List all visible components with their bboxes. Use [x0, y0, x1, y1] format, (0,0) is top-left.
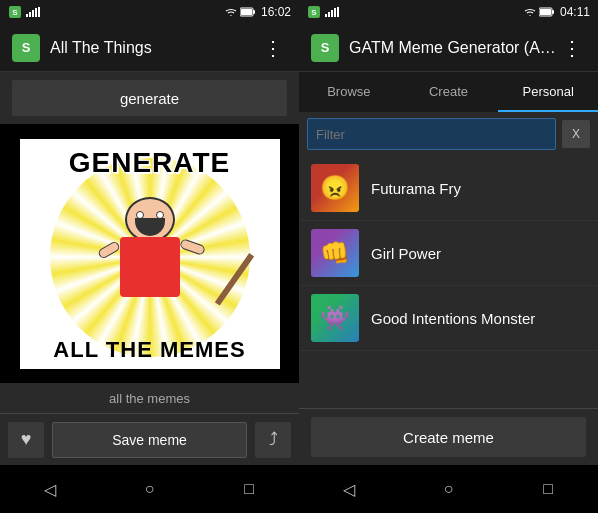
list-item[interactable]: 👊 Girl Power [299, 221, 598, 286]
monster-emoji: 👾 [320, 304, 350, 332]
svg-rect-4 [32, 10, 34, 17]
char-head [125, 197, 175, 242]
nav-bar-right: ◁ ○ □ [299, 465, 598, 513]
generate-button[interactable]: generate [12, 80, 287, 116]
battery-icon-right [539, 7, 555, 17]
svg-rect-15 [334, 8, 336, 17]
meme-bottom-text: ALL THE MEMES [49, 335, 249, 369]
svg-rect-6 [38, 7, 40, 17]
heart-button[interactable]: ♥ [8, 422, 44, 458]
back-icon-right: ◁ [343, 480, 355, 499]
tabs-row: Browse Create Personal [299, 72, 598, 112]
app-logo-small-right: S [307, 5, 321, 19]
thumb-fry-bg: 😠 [311, 164, 359, 212]
app-logo-small: S [8, 5, 22, 19]
svg-rect-12 [325, 14, 327, 17]
meme-thumb-power: 👊 [311, 229, 359, 277]
app-bar-left: S All The Things ⋮ [0, 24, 299, 72]
filter-row: X [299, 112, 598, 156]
list-item[interactable]: 😠 Futurama Fry [299, 156, 598, 221]
svg-rect-3 [29, 12, 31, 17]
svg-rect-14 [331, 10, 333, 17]
svg-text:S: S [12, 8, 18, 17]
share-button[interactable]: ⤴ [255, 422, 291, 458]
overflow-menu-right[interactable]: ⋮ [558, 32, 586, 64]
meme-name-power: Girl Power [371, 245, 441, 262]
app-bar-right: S GATM Meme Generator (Alph... ⋮ [299, 24, 598, 72]
meme-list: 😠 Futurama Fry 👊 Girl Power 👾 [299, 156, 598, 408]
svg-rect-8 [253, 10, 255, 14]
char-arm-left [96, 240, 120, 260]
nav-recent-left[interactable]: □ [219, 471, 279, 507]
left-phone: S 16:02 S All [0, 0, 299, 513]
meme-character [100, 179, 200, 335]
meme-top-text: GENERATE [65, 139, 235, 179]
svg-rect-16 [337, 7, 339, 17]
wifi-icon-left [225, 7, 237, 17]
signal-icon-right [325, 7, 339, 17]
meme-canvas: GENERATE [20, 139, 280, 369]
meme-image-area: GENERATE [0, 124, 299, 383]
app-icon-right: S [311, 34, 339, 62]
char-body-lower [120, 237, 180, 297]
filter-input[interactable] [307, 118, 556, 150]
nav-back-right[interactable]: ◁ [319, 471, 379, 507]
main-content-left: generate GENERATE [0, 72, 299, 465]
character-body [100, 197, 200, 317]
power-emoji: 👊 [320, 239, 350, 267]
tab-personal[interactable]: Personal [498, 72, 598, 112]
thumb-monster-bg: 👾 [311, 294, 359, 342]
status-bar-left: S 16:02 [0, 0, 299, 24]
status-bar-right-left: 16:02 [225, 5, 291, 19]
create-meme-button[interactable]: Create meme [311, 417, 586, 457]
nav-back-left[interactable]: ◁ [20, 471, 80, 507]
svg-rect-9 [241, 9, 252, 15]
overflow-menu-left[interactable]: ⋮ [259, 32, 287, 64]
save-button[interactable]: Save meme [52, 422, 247, 458]
fry-emoji: 😠 [320, 174, 350, 202]
svg-rect-19 [540, 9, 551, 15]
generate-btn-row: generate [0, 72, 299, 124]
back-icon-left: ◁ [44, 480, 56, 499]
nav-home-right[interactable]: ○ [418, 471, 478, 507]
app-icon-left: S [12, 34, 40, 62]
tab-create[interactable]: Create [399, 72, 499, 112]
char-mouth [135, 218, 165, 236]
meme-caption-area: all the memes [0, 383, 299, 413]
main-content-right: Browse Create Personal X 😠 Futurama [299, 72, 598, 465]
wifi-icon-right [524, 7, 536, 17]
recent-icon-left: □ [244, 480, 254, 498]
recent-icon-right: □ [543, 480, 553, 498]
home-icon-left: ○ [145, 480, 155, 498]
right-phone: S 04:11 S GAT [299, 0, 598, 513]
meme-background: GENERATE [20, 139, 280, 369]
svg-rect-5 [35, 8, 37, 17]
meme-name-fry: Futurama Fry [371, 180, 461, 197]
home-icon-right: ○ [444, 480, 454, 498]
meme-thumb-fry: 😠 [311, 164, 359, 212]
nav-home-left[interactable]: ○ [119, 471, 179, 507]
filter-clear-button[interactable]: X [562, 120, 590, 148]
svg-text:S: S [311, 8, 317, 17]
meme-name-monster: Good Intentions Monster [371, 310, 535, 327]
signal-icon-left [26, 7, 40, 17]
svg-rect-13 [328, 12, 330, 17]
meme-thumb-monster: 👾 [311, 294, 359, 342]
status-bar-right-right: 04:11 [524, 5, 590, 19]
svg-rect-18 [552, 10, 554, 14]
app-title-right: GATM Meme Generator (Alph... [349, 39, 558, 57]
status-bar-right-icons: S [307, 5, 339, 19]
bottom-actions: ♥ Save meme ⤴ [0, 413, 299, 465]
nav-recent-right[interactable]: □ [518, 471, 578, 507]
thumb-power-bg: 👊 [311, 229, 359, 277]
battery-icon-left [240, 7, 256, 17]
app-title-left: All The Things [50, 39, 259, 57]
nav-bar-left: ◁ ○ □ [0, 465, 299, 513]
svg-rect-2 [26, 14, 28, 17]
create-meme-row: Create meme [299, 408, 598, 465]
list-item[interactable]: 👾 Good Intentions Monster [299, 286, 598, 351]
tab-browse[interactable]: Browse [299, 72, 399, 112]
time-left: 16:02 [261, 5, 291, 19]
meme-caption-text: all the memes [109, 391, 190, 406]
status-bar-left-icons: S [8, 5, 40, 19]
